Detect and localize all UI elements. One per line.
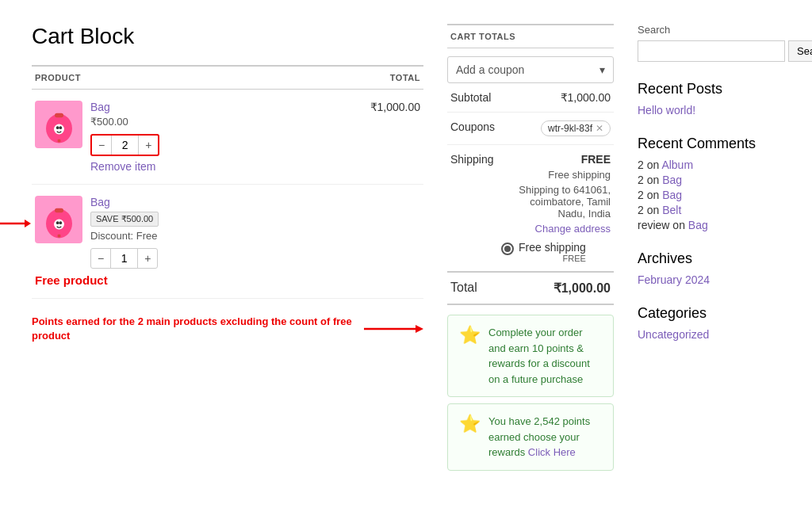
reward-box-2: ⭐ You have 2,542 points earned choose yo…	[447, 403, 614, 471]
subtotal-value: ₹1,000.00	[498, 83, 614, 113]
subtotal-label: Subtotal	[447, 83, 498, 113]
qty-input[interactable]	[111, 136, 139, 155]
coupons-value: wtr-9kl-83f ✕	[498, 113, 614, 145]
total-col-header: TOTAL	[305, 66, 423, 90]
recent-posts-title: Recent Posts	[638, 81, 780, 97]
coupon-code: wtr-9kl-83f	[548, 123, 592, 134]
free-qty-wrapper: − +	[90, 248, 158, 269]
annotation-section: Points earned for the 2 main products ex…	[32, 315, 423, 343]
comment-link-bag-3[interactable]: Bag	[688, 219, 708, 231]
free-product-image	[35, 196, 82, 243]
qty-wrapper: − +	[90, 134, 159, 156]
product-cell-free: Bag SAVE ₹500.00 Discount: Free − +	[32, 185, 305, 299]
add-coupon-dropdown[interactable]: Add a coupon ▾	[447, 56, 614, 83]
archive-feb-2024[interactable]: February 2024	[638, 273, 780, 286]
cart-totals-section: CART TOTALS Add a coupon ▾ Subtotal ₹1,0…	[447, 24, 614, 471]
annotation-row: Points earned for the 2 main products ex…	[32, 315, 423, 343]
star-icon-2: ⭐	[459, 414, 481, 434]
product-price: ₹500.00	[90, 116, 159, 128]
product-row: Bag ₹500.00 − + Remove item	[35, 101, 302, 173]
search-input[interactable]	[638, 40, 785, 62]
radio-inner	[504, 246, 511, 252]
svg-rect-15	[57, 234, 60, 237]
sidebar: Search Search Recent Posts Hello world! …	[638, 24, 780, 471]
comment-link-bag-2[interactable]: Bag	[662, 189, 682, 201]
search-section: Search Search	[638, 24, 780, 62]
chevron-down-icon: ▾	[599, 63, 605, 76]
search-label: Search	[638, 24, 780, 36]
coupon-remove-button[interactable]: ✕	[596, 123, 603, 134]
subtotal-row: Subtotal ₹1,000.00	[447, 83, 614, 113]
svg-point-13	[59, 221, 62, 224]
main-content: Cart Block PRODUCT TOTAL	[32, 24, 423, 471]
free-product-name-link[interactable]: Bag	[90, 196, 110, 208]
search-button[interactable]: Search	[788, 40, 812, 62]
reward-box-1: ⭐ Complete your order and earn 10 points…	[447, 315, 614, 397]
free-qty-input[interactable]	[110, 249, 138, 268]
free-shipping-label: Free shipping	[501, 169, 611, 181]
shipping-option-name: Free shipping	[519, 241, 586, 254]
qty-increase-button[interactable]: +	[139, 136, 158, 155]
annotation-arrow	[360, 317, 423, 341]
comment-3: 2 on Bag	[638, 189, 780, 201]
shipping-value: FREE Free shipping Shipping to 641061, c…	[498, 145, 614, 273]
product-name-link[interactable]: Bag	[90, 101, 110, 113]
comment-2: 2 on Bag	[638, 174, 780, 186]
archives-section: Archives February 2024	[638, 250, 780, 286]
svg-rect-14	[55, 208, 63, 212]
remove-item-link[interactable]: Remove item	[90, 160, 159, 173]
svg-rect-5	[55, 113, 63, 117]
shipping-option-info: Free shipping FREE	[519, 241, 586, 263]
comment-5: review on Bag	[638, 219, 780, 231]
table-row: Bag ₹500.00 − + Remove item ₹1	[32, 90, 423, 185]
annotation-label: Points earned for the 2 main products ex…	[32, 315, 352, 342]
shipping-label: Shipping	[447, 145, 498, 273]
coupon-badge: wtr-9kl-83f ✕	[541, 120, 611, 136]
change-address-link[interactable]: Change address	[501, 223, 611, 235]
coupons-row: Coupons wtr-9kl-83f ✕	[447, 113, 614, 145]
product-col-header: PRODUCT	[32, 66, 305, 90]
coupons-label: Coupons	[447, 113, 498, 145]
reward-message-1: Complete your order and earn 10 points &…	[488, 327, 590, 385]
shipping-row: Shipping FREE Free shipping Shipping to …	[447, 145, 614, 273]
product-row-free: Bag SAVE ₹500.00 Discount: Free − +	[35, 196, 302, 269]
comment-1: 2 on Album	[638, 159, 780, 171]
reward-text-1: Complete your order and earn 10 points &…	[488, 325, 602, 387]
category-uncategorized[interactable]: Uncategorized	[638, 328, 780, 341]
free-product-label: Free product	[35, 273, 302, 287]
categories-section: Categories Uncategorized	[638, 305, 780, 341]
qty-decrease-button[interactable]: −	[92, 136, 111, 155]
total-row: Total ₹1,000.00	[447, 272, 614, 304]
annotation-arrow-svg	[360, 317, 423, 341]
cart-table: PRODUCT TOTAL	[32, 65, 423, 299]
shipping-option-sub: FREE	[519, 254, 586, 263]
radio-button[interactable]	[501, 243, 514, 255]
item-total: ₹1,000.00	[305, 90, 423, 185]
free-product-info: Bag SAVE ₹500.00 Discount: Free − +	[90, 196, 159, 269]
recent-posts-section: Recent Posts Hello world!	[638, 81, 780, 117]
total-label: Total	[447, 272, 498, 304]
categories-title: Categories	[638, 305, 780, 322]
reward-click-here-link[interactable]: Click Here	[528, 446, 576, 458]
search-row: Search	[638, 40, 780, 62]
archives-title: Archives	[638, 250, 780, 267]
product-info: Bag ₹500.00 − + Remove item	[90, 101, 159, 173]
comment-link-album[interactable]: Album	[661, 159, 693, 171]
comment-link-belt[interactable]: Belt	[662, 204, 681, 216]
free-qty-decrease-button[interactable]: −	[91, 249, 110, 268]
coupon-placeholder: Add a coupon	[456, 63, 524, 76]
svg-marker-8	[25, 220, 31, 227]
comment-link-bag-1[interactable]: Bag	[662, 174, 682, 186]
svg-marker-17	[416, 325, 423, 333]
reward-text-2: You have 2,542 points earned choose your…	[488, 414, 602, 460]
save-badge: SAVE ₹500.00	[90, 212, 159, 227]
shipping-address-text: Shipping to 641061, coimbatore, Tamil Na…	[501, 184, 611, 220]
recent-comments-section: Recent Comments 2 on Album 2 on Bag 2 on…	[638, 136, 780, 231]
annotation-text: Points earned for the 2 main products ex…	[32, 315, 352, 343]
svg-rect-6	[57, 139, 60, 142]
discount-label: Discount: Free	[90, 230, 159, 242]
free-qty-increase-button[interactable]: +	[138, 249, 157, 268]
sidebar-item-hello-world[interactable]: Hello world!	[638, 104, 780, 117]
star-icon-1: ⭐	[459, 325, 481, 346]
svg-point-3	[56, 126, 59, 129]
